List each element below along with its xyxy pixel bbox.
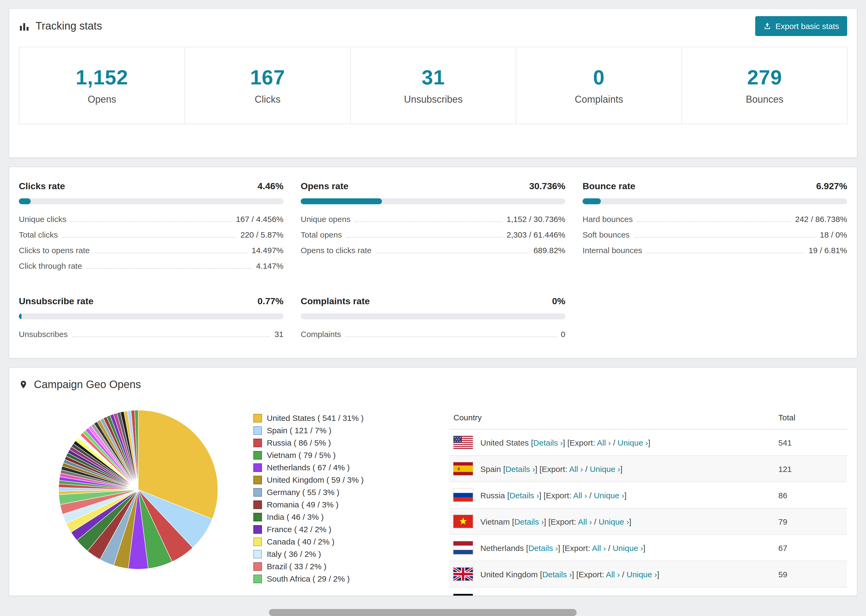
- rate-row-value: 0: [561, 330, 565, 339]
- export-all-link[interactable]: All ›: [597, 438, 611, 447]
- export-all-link[interactable]: All ›: [573, 490, 587, 500]
- stat-value: 0: [593, 66, 605, 89]
- export-unique-link[interactable]: Unique ›: [599, 517, 629, 526]
- rate-row-label: Internal bounces: [583, 246, 642, 255]
- export-all-link[interactable]: All ›: [582, 596, 596, 596]
- rate-row: Soft bounces 18 / 0%: [583, 227, 847, 242]
- export-unique-link[interactable]: Unique ›: [590, 464, 620, 473]
- rate-row: Hard bounces 242 / 86.738%: [583, 211, 847, 227]
- rate-row-value: 31: [275, 330, 283, 339]
- stat-box: 167 Clicks: [184, 47, 351, 124]
- legend-swatch: [254, 451, 262, 459]
- dotted-leader: [71, 222, 231, 222]
- rate-progress-fill: [301, 198, 382, 204]
- rate-title: Unsubscribe rate: [19, 296, 94, 307]
- total-cell: 59: [774, 561, 847, 587]
- bar-chart-icon: [19, 21, 30, 31]
- legend-item: Russia ( 86 / 5% ): [254, 438, 380, 447]
- export-all-link[interactable]: All ›: [569, 464, 583, 473]
- rate-title: Clicks rate: [19, 181, 65, 192]
- dotted-leader: [72, 336, 270, 337]
- legend-swatch: [254, 562, 262, 570]
- rate-row: Unsubscribes 31: [19, 326, 283, 342]
- stat-box: 1,152 Opens: [19, 47, 185, 124]
- export-unique-link[interactable]: Unique ›: [617, 438, 648, 447]
- details-link[interactable]: Details ›: [518, 596, 548, 596]
- export-basic-stats-button[interactable]: Export basic stats: [755, 16, 847, 36]
- export-all-link[interactable]: All ›: [578, 517, 592, 526]
- legend-item: Brazil ( 33 / 2% ): [254, 562, 380, 571]
- export-unique-link[interactable]: Unique ›: [594, 490, 624, 500]
- country-cell-text: Vietnam [Details ›] [Export: All › / Uni…: [480, 517, 631, 526]
- table-row: Spain [Details ›] [Export: All › / Uniqu…: [449, 456, 847, 482]
- rate-percent: 0%: [552, 296, 565, 307]
- table-row: Russia [Details ›] [Export: All › / Uniq…: [449, 482, 847, 508]
- legend-item: India ( 46 / 3% ): [254, 512, 380, 522]
- legend-label: Brazil ( 33 / 2% ): [267, 562, 326, 571]
- legend-swatch: [254, 488, 262, 497]
- dotted-leader: [86, 268, 252, 269]
- flag-gb-icon: [453, 567, 473, 580]
- rate-row-label: Total opens: [301, 230, 342, 239]
- rate-percent: 0.77%: [258, 296, 283, 307]
- legend-label: Russia ( 86 / 5% ): [267, 438, 331, 447]
- dotted-leader: [346, 237, 502, 237]
- legend-label: Vietnam ( 79 / 5% ): [267, 451, 335, 460]
- rate-row: Clicks to opens rate 14.497%: [19, 242, 283, 258]
- legend-swatch: [254, 500, 262, 509]
- country-cell-text: Germany [Details ›] [Export: All › / Uni…: [480, 596, 635, 596]
- rate-progress-bar: [19, 198, 283, 204]
- geo-opens-pie-chart[interactable]: [58, 409, 219, 570]
- rate-progress-fill: [19, 198, 31, 204]
- horizontal-scrollbar[interactable]: [269, 609, 576, 616]
- rate-panel: Bounce rate 6.927% Hard bounces 242 / 86…: [583, 181, 847, 273]
- rate-progress-bar: [19, 313, 283, 319]
- dotted-leader: [647, 253, 805, 253]
- column-header-country: Country: [449, 406, 774, 429]
- legend-label: South Africa ( 29 / 2% ): [267, 574, 350, 583]
- flag-ru-icon: [453, 489, 473, 501]
- export-unique-link[interactable]: Unique ›: [612, 543, 643, 552]
- details-link[interactable]: Details ›: [528, 543, 558, 552]
- rate-row-label: Clicks to opens rate: [19, 246, 90, 255]
- campaign-geo-opens-title: Campaign Geo Opens: [19, 379, 847, 391]
- stat-label: Bounces: [746, 94, 783, 105]
- details-link[interactable]: Details ›: [505, 464, 535, 473]
- legend-swatch: [254, 438, 262, 447]
- rate-progress-fill: [19, 313, 22, 319]
- export-all-link[interactable]: All ›: [592, 543, 606, 552]
- export-unique-link[interactable]: Unique ›: [627, 569, 657, 579]
- export-all-link[interactable]: All ›: [606, 569, 620, 579]
- export-unique-link[interactable]: Unique ›: [602, 596, 633, 596]
- rate-row-label: Unique clicks: [19, 214, 66, 224]
- rate-progress-bar: [301, 198, 565, 204]
- rate-row-value: 19 / 6.81%: [809, 246, 847, 255]
- stat-label: Clicks: [255, 94, 280, 105]
- rate-row-value: 220 / 5.87%: [241, 230, 283, 239]
- legend-item: France ( 42 / 2% ): [254, 525, 380, 534]
- details-link[interactable]: Details ›: [514, 517, 544, 526]
- rate-row-value: 1,152 / 30.736%: [506, 214, 565, 224]
- rate-row-value: 242 / 86.738%: [795, 214, 847, 224]
- legend-item: Germany ( 55 / 3% ): [254, 487, 380, 497]
- rate-row: Complaints 0: [301, 326, 565, 342]
- geo-table-body: United States [Details ›] [Export: All ›…: [449, 429, 847, 596]
- legend-item: Canada ( 40 / 2% ): [254, 537, 380, 546]
- rates-card: Clicks rate 4.46% Unique clicks 167 / 4.…: [9, 167, 857, 358]
- details-link[interactable]: Details ›: [533, 438, 563, 447]
- total-cell: 86: [774, 482, 847, 508]
- stat-label: Complaints: [575, 94, 623, 105]
- rate-title: Complaints rate: [301, 296, 370, 307]
- total-cell: 55: [774, 587, 847, 596]
- legend-label: India ( 46 / 3% ): [267, 512, 324, 522]
- total-cell: 67: [774, 534, 847, 561]
- total-cell: 79: [774, 508, 847, 534]
- legend-swatch: [254, 574, 262, 583]
- legend-label: Romania ( 49 / 3% ): [267, 500, 339, 509]
- details-link[interactable]: Details ›: [542, 569, 572, 579]
- legend-swatch: [254, 550, 262, 558]
- rate-row: Click through rate 4.147%: [19, 258, 283, 273]
- dotted-leader: [355, 222, 502, 222]
- flag-nl-icon: [453, 541, 473, 554]
- details-link[interactable]: Details ›: [509, 490, 539, 500]
